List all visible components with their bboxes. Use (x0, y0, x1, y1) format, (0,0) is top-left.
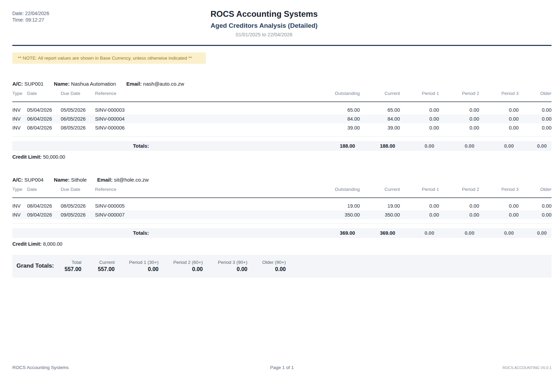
report-page: Date: 22/04/2026 Time: 09:12:27 ROCS Acc… (0, 0, 557, 392)
totals-older: 0.00 (519, 228, 552, 238)
grand-total-col: Period 2 (60+) 0.00 (158, 260, 203, 272)
grand-col-label: Period 3 (90+) (203, 260, 247, 265)
grand-total-col: Period 3 (90+) 0.00 (203, 260, 247, 272)
aged-creditors-table: Type Date Due Date Reference Outstanding… (12, 187, 552, 219)
table-row: INV 09/04/2026 09/05/2026 SINV-000007 35… (12, 210, 552, 219)
cell-due-date: 05/05/2026 (61, 102, 95, 114)
table-row: INV 06/04/2026 06/05/2026 SINV-000004 84… (12, 114, 552, 123)
cell-date: 05/04/2026 (27, 102, 61, 114)
cell-outstanding: 39.00 (270, 123, 360, 132)
cell-older: 0.00 (519, 102, 552, 114)
grand-col-label: Older (90+) (247, 260, 286, 265)
col-outstanding: Outstanding (270, 187, 360, 198)
cell-reference: SINV-000004 (95, 114, 270, 123)
cell-period3: 0.00 (479, 198, 519, 210)
grand-col-value: 0.00 (247, 266, 286, 272)
cell-type: INV (12, 210, 27, 219)
totals-outstanding: 188.00 (270, 141, 360, 151)
cell-due-date: 08/05/2026 (61, 198, 95, 210)
grand-col-label: Period 2 (60+) (158, 260, 203, 265)
totals-current: 369.00 (360, 228, 400, 238)
cell-current: 65.00 (360, 102, 400, 114)
credit-limit-value: 8,000.00 (43, 241, 62, 247)
cell-period2: 0.00 (439, 210, 479, 219)
cell-outstanding: 19.00 (270, 198, 360, 210)
col-period2: Period 2 (439, 187, 479, 198)
cell-outstanding: 65.00 (270, 102, 360, 114)
supplier-info: A/C: SUP004 Name: Sithole Email: sit@hol… (12, 177, 552, 183)
col-period2: Period 2 (439, 91, 479, 102)
credit-limit-label: Credit Limit: (12, 241, 42, 247)
grand-col-label: Current (81, 260, 115, 265)
grand-col-value: 557.00 (81, 266, 115, 272)
totals-period2: 0.00 (439, 141, 479, 151)
col-due-date: Due Date (61, 91, 95, 102)
name-value: Sithole (71, 177, 87, 183)
table-header-row: Type Date Due Date Reference Outstanding… (12, 91, 552, 102)
col-reference: Reference (95, 187, 270, 198)
credit-limit: Credit Limit: 8,000.00 (12, 241, 552, 247)
email-value: nash@auto.co.zw (143, 81, 184, 87)
cell-period1: 0.00 (400, 114, 439, 123)
supplier-account: A/C: SUP004 (12, 177, 44, 183)
col-outstanding: Outstanding (270, 91, 360, 102)
cell-date: 08/04/2026 (27, 123, 61, 132)
grand-total-col: Current 557.00 (81, 260, 115, 272)
report-date: Date: 22/04/2026 (12, 10, 49, 17)
time-label: Time: (12, 17, 24, 23)
date-label: Date: (12, 11, 24, 16)
cell-reference: SINV-000003 (95, 102, 270, 114)
col-type: Type (12, 187, 27, 198)
grand-col-label: Total (54, 260, 81, 265)
cell-type: INV (12, 102, 27, 114)
report-header: Date: 22/04/2026 Time: 09:12:27 ROCS Acc… (12, 9, 552, 46)
section-divider (12, 223, 552, 224)
table-row: INV 05/04/2026 05/05/2026 SINV-000003 65… (12, 102, 552, 114)
cell-period1: 0.00 (400, 123, 439, 132)
totals-older: 0.00 (519, 141, 552, 151)
name-label: Name: (54, 81, 70, 87)
col-period3: Period 3 (479, 91, 519, 102)
col-older: Older (519, 91, 552, 102)
totals-label: Totals: (12, 141, 270, 151)
cell-type: INV (12, 123, 27, 132)
aged-creditors-table: Type Date Due Date Reference Outstanding… (12, 91, 552, 132)
totals-outstanding: 369.00 (270, 228, 360, 238)
cell-type: INV (12, 114, 27, 123)
grand-col-value: 0.00 (115, 266, 158, 272)
cell-period3: 0.00 (479, 114, 519, 123)
company-title: ROCS Accounting Systems (12, 9, 516, 19)
cell-period1: 0.00 (400, 210, 439, 219)
col-due-date: Due Date (61, 187, 95, 198)
report-header-center: ROCS Accounting Systems Aged Creditors A… (12, 9, 552, 37)
report-period: 01/01/2025 to 22/04/2026 (12, 32, 516, 37)
supplier-name: Name: Nashua Automation (54, 81, 116, 87)
col-current: Current (360, 91, 400, 102)
table-row: INV 08/04/2026 08/05/2026 SINV-000005 19… (12, 198, 552, 210)
credit-limit: Credit Limit: 50,000.00 (12, 154, 552, 160)
cell-due-date: 09/05/2026 (61, 210, 95, 219)
supplier-totals-row: Totals: 188.00 188.00 0.00 0.00 0.00 0.0… (12, 141, 552, 151)
header-divider (12, 45, 552, 46)
time-value: 09:12:27 (25, 17, 44, 23)
col-older: Older (519, 187, 552, 198)
cell-period2: 0.00 (439, 114, 479, 123)
account-label: A/C: (12, 81, 23, 87)
supplier-info: A/C: SUP001 Name: Nashua Automation Emai… (12, 81, 552, 87)
report-datetime: Date: 22/04/2026 Time: 09:12:27 (12, 10, 49, 23)
cell-date: 09/04/2026 (27, 210, 61, 219)
cell-current: 84.00 (360, 114, 400, 123)
totals-period2: 0.00 (439, 228, 479, 238)
col-date: Date (27, 187, 61, 198)
grand-col-label: Period 1 (30+) (115, 260, 158, 265)
grand-totals-label: Grand Totals: (16, 262, 54, 269)
supplier-section-sup001: A/C: SUP001 Name: Nashua Automation Emai… (12, 81, 552, 160)
page-number: Page 1 of 1 (12, 365, 552, 370)
cell-due-date: 06/05/2026 (61, 114, 95, 123)
col-date: Date (27, 91, 61, 102)
cell-outstanding: 84.00 (270, 114, 360, 123)
cell-reference: SINV-000005 (95, 198, 270, 210)
cell-period2: 0.00 (439, 198, 479, 210)
supplier-email: Email: sit@hole.co.zw (97, 177, 149, 183)
email-label: Email: (97, 177, 112, 183)
